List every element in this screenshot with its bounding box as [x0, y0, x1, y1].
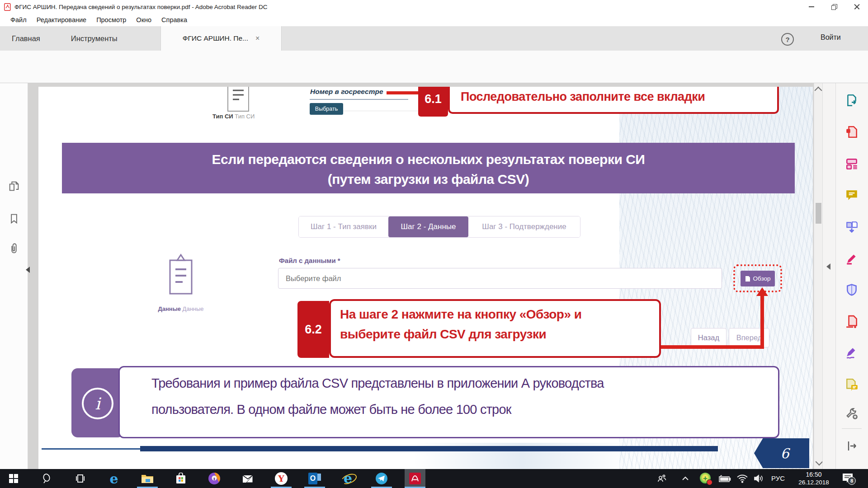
open-tools-pane-icon[interactable] — [845, 440, 859, 453]
info-line1: Требования и пример файла CSV представле… — [151, 376, 604, 391]
attachments-icon[interactable] — [8, 242, 20, 255]
restore-button[interactable] — [823, 0, 845, 14]
callout1-text: Последовательно заполните все вкладки — [461, 90, 705, 104]
optimize-pdf-icon[interactable] — [845, 315, 859, 328]
step1-tab[interactable]: Шаг 1 - Тип заявки — [299, 216, 388, 237]
microsoft-store-icon[interactable] — [170, 469, 191, 488]
help-icon[interactable]: ? — [781, 33, 794, 46]
fill-sign-icon[interactable] — [845, 252, 859, 265]
tab-document[interactable]: ФГИС АРШИН. Пе... × — [160, 26, 282, 51]
sign-in-link[interactable]: Войти — [821, 33, 841, 42]
wifi-tray-icon[interactable] — [736, 474, 748, 483]
edit-pdf-icon[interactable] — [845, 157, 859, 170]
send-for-comments-icon[interactable] — [845, 378, 859, 392]
tab-close-icon[interactable]: × — [255, 34, 259, 42]
main-toolbar: / 21 103% — [0, 51, 868, 83]
back-button[interactable]: Назад — [691, 328, 726, 347]
comment-tool-icon[interactable] — [845, 188, 859, 202]
info-line2: пользователя. В одном файле может быть н… — [151, 402, 511, 417]
certificates-icon[interactable] — [845, 347, 859, 360]
action-center-icon[interactable]: 8 — [842, 473, 854, 483]
type-si-icon — [225, 87, 251, 115]
tray-date: 26.12.2018 — [792, 479, 835, 486]
menu-help[interactable]: Справка — [156, 16, 192, 23]
callout1-connector — [387, 91, 421, 94]
mail-icon[interactable] — [237, 469, 258, 488]
tab-home[interactable]: Главная — [1, 34, 51, 43]
menu-file[interactable]: Файл — [5, 16, 32, 23]
tray-chevron-icon[interactable] — [682, 476, 689, 481]
edge-icon[interactable]: e — [104, 469, 124, 488]
yandex-browser-icon[interactable]: Y — [271, 469, 292, 488]
volume-tray-icon[interactable] — [753, 474, 764, 483]
title-bar: ФГИС АРШИН. Передача сведений о результа… — [0, 0, 868, 14]
notification-badge: 8 — [850, 478, 853, 483]
scroll-up-icon[interactable] — [815, 87, 822, 94]
section-banner: Если передаются сведения о нескольких ре… — [62, 143, 795, 193]
file-field-label: Файл с данными * — [279, 257, 340, 264]
tools-panel-divider — [842, 428, 862, 429]
field-underline — [310, 99, 408, 100]
callout1-number: 6.1 — [418, 87, 448, 117]
collapse-left-pane-icon[interactable] — [26, 267, 30, 273]
type-si-caption: Тип СИ Тип СИ — [212, 113, 255, 120]
tab-tools[interactable]: Инструменты — [60, 34, 128, 43]
create-pdf-icon[interactable] — [845, 125, 859, 139]
expand-tools-pane-icon[interactable] — [826, 263, 830, 270]
bookmarks-icon[interactable] — [8, 212, 20, 225]
combine-files-icon[interactable] — [845, 220, 859, 234]
step3-tab[interactable]: Шаг 3 - Подтверждение — [468, 216, 580, 237]
menu-bar: Файл Редактирование Просмотр Окно Справк… — [0, 14, 868, 26]
more-tools-icon[interactable] — [845, 407, 859, 420]
people-tray-icon[interactable] — [656, 473, 667, 484]
export-pdf-icon[interactable] — [845, 94, 859, 107]
page-thumbnails-icon[interactable] — [8, 180, 20, 192]
window-title: ФГИС АРШИН. Передача сведений о результа… — [14, 4, 268, 10]
clock[interactable]: 16:50 26.12.2018 — [792, 471, 835, 486]
taskbar-search-icon[interactable] — [37, 469, 57, 488]
page-number-value: 6 — [780, 446, 789, 461]
battery-tray-icon[interactable] — [718, 475, 731, 483]
callout2-box: На шаге 2 нажмите на кнопку «Обзор» и вы… — [329, 299, 661, 358]
step2-tab[interactable]: Шаг 2 - Данные — [388, 216, 468, 237]
reg-number-label: Номер в госреестре — [310, 88, 383, 96]
info-icon: i — [82, 388, 113, 419]
callout1-box: Последовательно заполните все вкладки — [448, 87, 779, 114]
outlook-icon[interactable]: O — [304, 469, 325, 488]
file-input[interactable] — [278, 268, 722, 289]
telegram-icon[interactable] — [371, 469, 392, 488]
file-explorer-icon[interactable] — [137, 469, 158, 488]
callout2-connector-v — [760, 296, 764, 349]
minimize-button[interactable] — [800, 0, 823, 14]
tab-bar: Главная Инструменты ФГИС АРШИН. Пе... × … — [0, 26, 868, 51]
callout2-line1: На шаге 2 нажмите на кнопку «Обзор» и — [340, 307, 659, 322]
left-panel-rail — [0, 83, 28, 469]
close-button[interactable] — [845, 0, 868, 14]
select-button[interactable]: Выбрать — [310, 103, 343, 115]
antivirus-tray-icon[interactable]: + — [700, 473, 712, 484]
callout2-line2: выберите файл CSV для загрузки — [340, 327, 659, 342]
tray-time: 16:50 — [792, 471, 835, 478]
menu-view[interactable]: Просмотр — [91, 16, 131, 23]
acrobat-window: ФГИС АРШИН. Передача сведений о результа… — [0, 0, 868, 488]
menu-window[interactable]: Окно — [131, 16, 156, 23]
task-view-icon[interactable] — [70, 469, 91, 488]
callout2-arrowhead — [756, 287, 768, 296]
language-indicator[interactable]: РУС — [771, 474, 785, 482]
acrobat-reader-icon[interactable] — [405, 469, 425, 488]
menu-edit[interactable]: Редактирование — [32, 16, 91, 23]
document-tab-label: ФГИС АРШИН. Пе... — [183, 34, 248, 42]
browser-icon[interactable] — [204, 469, 225, 488]
windows-taskbar: e Y O — [0, 469, 868, 488]
banner-line1: Если передаются сведения о нескольких ре… — [62, 152, 795, 167]
start-button[interactable] — [3, 469, 24, 488]
protect-icon[interactable] — [845, 283, 859, 297]
scroll-down-icon[interactable] — [816, 458, 823, 466]
page-number-flag: 6 — [754, 438, 809, 468]
callout2-connector-h — [661, 345, 764, 349]
callout2-number: 6.2 — [297, 301, 329, 358]
banner-line2: (путем загрузки из файла CSV) — [62, 172, 795, 187]
scrollbar-thumb[interactable] — [816, 203, 821, 224]
vertical-scrollbar[interactable] — [814, 83, 822, 469]
internet-explorer-icon[interactable]: e — [338, 469, 359, 488]
